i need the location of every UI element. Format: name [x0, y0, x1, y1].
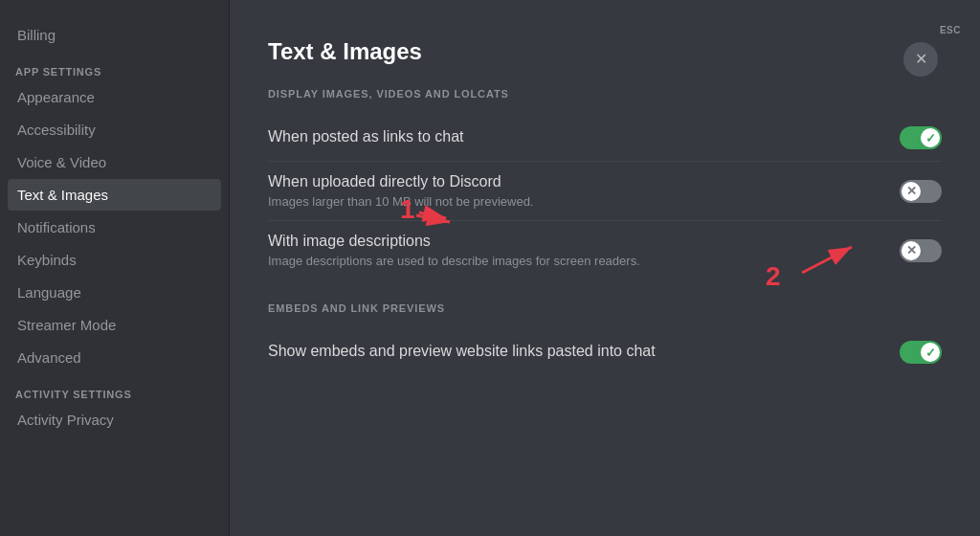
sidebar-item-advanced[interactable]: Advanced	[8, 342, 221, 373]
sidebar-item-keybinds[interactable]: Keybinds	[8, 244, 221, 276]
toggle-image-descriptions[interactable]: ✕	[900, 239, 942, 262]
setting-title-when-posted: When posted as links to chat	[268, 128, 880, 145]
x-icon: ✕	[906, 185, 917, 197]
setting-text: Show embeds and preview website links pa…	[268, 343, 880, 362]
sidebar-section-activity-settings: ACTIVITY SETTINGS	[8, 381, 221, 404]
page-title: Text & Images	[268, 38, 942, 65]
sidebar-item-voice-video[interactable]: Voice & Video	[8, 146, 221, 178]
sidebar-item-label: Advanced	[17, 349, 81, 366]
sidebar-item-label: Appearance	[17, 89, 95, 105]
setting-row-when-posted: When posted as links to chat ✓	[268, 115, 942, 162]
setting-row-show-embeds: Show embeds and preview website links pa…	[268, 329, 942, 375]
setting-text: When posted as links to chat	[268, 128, 880, 147]
sidebar-item-label: Text & Images	[17, 187, 108, 203]
toggle-knob: ✓	[921, 343, 940, 362]
sidebar-item-text-images[interactable]: Text & Images	[8, 179, 221, 211]
sidebar-item-label: Activity Privacy	[17, 412, 114, 428]
embeds-section: EMBEDS AND LINK PREVIEWS Show embeds and…	[268, 302, 942, 375]
close-button[interactable]: ✕	[903, 42, 938, 77]
section1-label: DISPLAY IMAGES, VIDEOS AND LOLCATS	[268, 88, 942, 100]
close-icon: ✕	[915, 52, 927, 67]
sidebar-item-streamer-mode[interactable]: Streamer Mode	[8, 309, 221, 341]
toggle-knob: ✕	[902, 182, 921, 201]
sidebar-item-label: Keybinds	[17, 252, 77, 268]
checkmark-icon: ✓	[925, 132, 936, 145]
toggle-knob: ✕	[902, 241, 921, 260]
sidebar-item-label: Streamer Mode	[17, 317, 116, 333]
setting-row-when-uploaded: When uploaded directly to Discord Images…	[268, 162, 942, 221]
sidebar-item-activity-privacy[interactable]: Activity Privacy	[8, 404, 221, 436]
main-content: ✕ ESC Text & Images DISPLAY IMAGES, VIDE…	[230, 0, 980, 536]
sidebar-item-label: Language	[17, 284, 81, 301]
toggle-when-uploaded[interactable]: ✕	[900, 180, 942, 203]
sidebar: Billing APP SETTINGS Appearance Accessib…	[0, 0, 230, 536]
esc-label: ESC	[940, 25, 961, 35]
setting-description-image-descriptions: Image descriptions are used to describe …	[268, 254, 880, 268]
checkmark-icon: ✓	[925, 346, 936, 359]
toggle-knob: ✓	[921, 128, 940, 147]
sidebar-item-notifications[interactable]: Notifications	[8, 212, 221, 243]
toggle-when-posted[interactable]: ✓	[900, 126, 942, 149]
sidebar-item-language[interactable]: Language	[8, 277, 221, 308]
setting-title-image-descriptions: With image descriptions	[268, 233, 880, 250]
setting-text: When uploaded directly to Discord Images…	[268, 173, 880, 209]
toggle-show-embeds[interactable]: ✓	[900, 341, 942, 364]
display-images-section: DISPLAY IMAGES, VIDEOS AND LOLCATS When …	[268, 88, 942, 279]
sidebar-item-billing[interactable]: Billing	[8, 15, 221, 51]
setting-text: With image descriptions Image descriptio…	[268, 233, 880, 268]
x-icon: ✕	[906, 244, 917, 257]
sidebar-item-label: Accessibility	[17, 122, 96, 138]
sidebar-item-accessibility[interactable]: Accessibility	[8, 114, 221, 145]
setting-title-when-uploaded: When uploaded directly to Discord	[268, 173, 880, 190]
setting-row-image-descriptions: With image descriptions Image descriptio…	[268, 221, 942, 279]
sidebar-item-appearance[interactable]: Appearance	[8, 81, 221, 113]
setting-title-show-embeds: Show embeds and preview website links pa…	[268, 343, 880, 360]
section2-label: EMBEDS AND LINK PREVIEWS	[268, 302, 942, 314]
sidebar-section-app-settings: APP SETTINGS	[8, 58, 221, 81]
sidebar-item-label: Voice & Video	[17, 154, 106, 170]
sidebar-item-label: Notifications	[17, 219, 96, 235]
setting-description-when-uploaded: Images larger than 10 MB will not be pre…	[268, 194, 880, 209]
